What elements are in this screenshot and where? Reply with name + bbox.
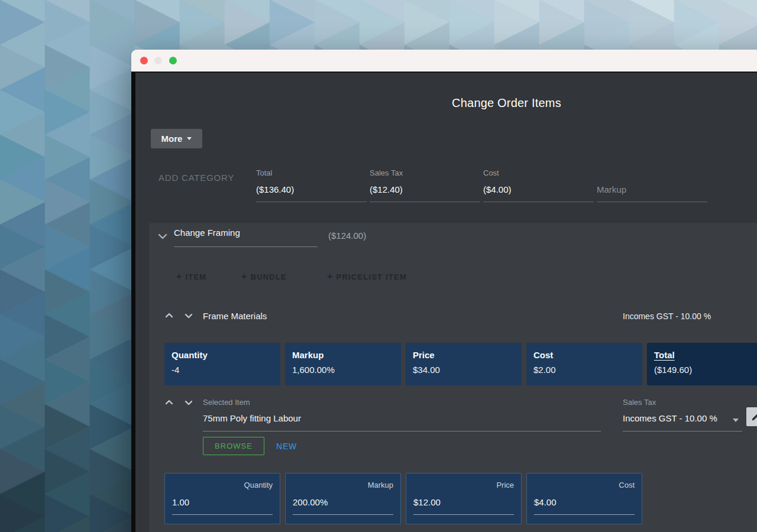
- add-category-button[interactable]: ADD CATEGORY: [158, 173, 234, 183]
- group-total-markup-box: Markup 1,600.00%: [285, 343, 401, 385]
- chevron-down-icon: [156, 230, 169, 243]
- category-panel: Change Framing ($124.00) + ITEM + BUNDLE…: [149, 223, 757, 532]
- add-pricelist-item-label: PRICELIST ITEM: [337, 273, 407, 281]
- summary-field-label: Cost: [483, 168, 499, 177]
- summary-field-sales-tax[interactable]: Sales Tax ($12.40): [370, 168, 480, 202]
- input-underline: [293, 514, 393, 515]
- input-underline: [203, 431, 601, 432]
- box-label: Markup: [292, 350, 394, 360]
- chevron-down-icon: [187, 137, 192, 140]
- summary-field-value: ($12.40): [370, 184, 403, 194]
- group-total-quantity-box: Quantity -4: [164, 343, 280, 385]
- item-markup-field[interactable]: Markup 200.00%: [285, 473, 401, 524]
- summary-field-total[interactable]: Total ($136.40): [256, 168, 367, 202]
- zoom-window-button[interactable]: [169, 57, 177, 64]
- box-value: $34.00: [413, 365, 440, 375]
- app-window: Change Order Items More ADD CATEGORY Tot…: [131, 50, 757, 532]
- chevron-up-icon: [163, 397, 175, 408]
- item-quantity-field[interactable]: Quantity 1.00: [164, 473, 280, 524]
- selected-item-label: Selected Item: [203, 398, 250, 407]
- summary-field-cost[interactable]: Cost ($4.00): [483, 168, 594, 202]
- more-button[interactable]: More: [151, 129, 202, 148]
- input-underline: [413, 514, 514, 515]
- category-name-input[interactable]: Change Framing: [174, 228, 318, 247]
- chevron-down-icon: [183, 397, 195, 408]
- close-window-button[interactable]: [140, 57, 148, 64]
- browse-button[interactable]: BROWSE: [203, 437, 264, 455]
- field-label: Markup: [368, 481, 393, 489]
- plus-icon: +: [176, 271, 183, 282]
- move-group-down-button[interactable]: [183, 310, 195, 322]
- item-cost-field[interactable]: Cost $4.00: [526, 473, 642, 524]
- field-label: Price: [496, 481, 514, 489]
- box-label: Total: [654, 350, 756, 360]
- box-label: Quantity: [172, 350, 273, 360]
- item-price-field[interactable]: Price $12.00: [406, 473, 522, 524]
- summary-field-value: ($4.00): [483, 184, 512, 194]
- app-content: Change Order Items More ADD CATEGORY Tot…: [131, 72, 757, 532]
- add-pricelist-item-button[interactable]: + PRICELIST ITEM: [327, 271, 407, 282]
- plus-icon: +: [241, 271, 248, 282]
- window-titlebar: [131, 50, 757, 72]
- more-button-label: More: [161, 134, 183, 144]
- sales-tax-value: Incomes GST - 10.00 %: [623, 413, 717, 423]
- category-total: ($124.00): [328, 231, 366, 241]
- sales-tax-select[interactable]: Incomes GST - 10.00 %: [623, 413, 742, 432]
- input-underline: [172, 514, 273, 515]
- move-group-up-button[interactable]: [163, 310, 175, 322]
- summary-field-markup[interactable]: Markup: [597, 168, 707, 202]
- field-value: 200.00%: [293, 497, 328, 507]
- plus-icon: +: [327, 271, 334, 282]
- summary-field-label: Total: [256, 168, 272, 177]
- sales-tax-label: Sales Tax: [623, 398, 656, 407]
- box-label: Cost: [533, 350, 635, 360]
- input-underline: [623, 431, 742, 432]
- summary-field-value: ($136.40): [256, 184, 294, 194]
- field-value: $12.00: [413, 497, 441, 507]
- new-button[interactable]: NEW: [271, 437, 302, 455]
- add-bundle-label: BUNDLE: [251, 273, 287, 281]
- chevron-up-icon: [163, 310, 175, 322]
- add-item-label: ITEM: [186, 273, 207, 281]
- box-value: $2.00: [533, 365, 556, 375]
- move-item-down-button[interactable]: [183, 397, 195, 408]
- minimize-window-button[interactable]: [154, 57, 162, 64]
- collapse-category-button[interactable]: [156, 230, 169, 243]
- group-total-total-box[interactable]: Total ($149.60): [647, 343, 757, 385]
- edit-sales-tax-button[interactable]: [746, 407, 757, 426]
- selected-item-input[interactable]: 75mm Poly fitting Labour: [203, 413, 301, 423]
- group-name: Frame Materials: [203, 311, 267, 321]
- field-value: $4.00: [534, 497, 557, 507]
- group-total-price-box: Price $34.00: [406, 343, 522, 385]
- group-tax: Incomes GST - 10.00 %: [623, 312, 711, 321]
- field-label: Cost: [619, 481, 635, 489]
- summary-field-label: Sales Tax: [370, 168, 403, 177]
- box-label: Price: [413, 350, 515, 360]
- field-value: 1.00: [172, 497, 189, 507]
- pencil-icon: [750, 411, 757, 422]
- box-value: 1,600.00%: [292, 365, 335, 375]
- field-label: Quantity: [244, 481, 273, 489]
- dropdown-caret-icon: [733, 419, 739, 422]
- box-value: -4: [172, 365, 179, 375]
- add-bundle-button[interactable]: + BUNDLE: [241, 271, 287, 282]
- add-item-button[interactable]: + ITEM: [176, 271, 206, 282]
- box-value: ($149.60): [654, 365, 692, 375]
- input-underline: [534, 514, 635, 515]
- page-title: Change Order Items: [135, 96, 757, 110]
- summary-field-label: Markup: [597, 184, 626, 194]
- chevron-down-icon: [183, 310, 195, 322]
- move-item-up-button[interactable]: [163, 397, 175, 408]
- group-total-cost-box: Cost $2.00: [526, 343, 642, 385]
